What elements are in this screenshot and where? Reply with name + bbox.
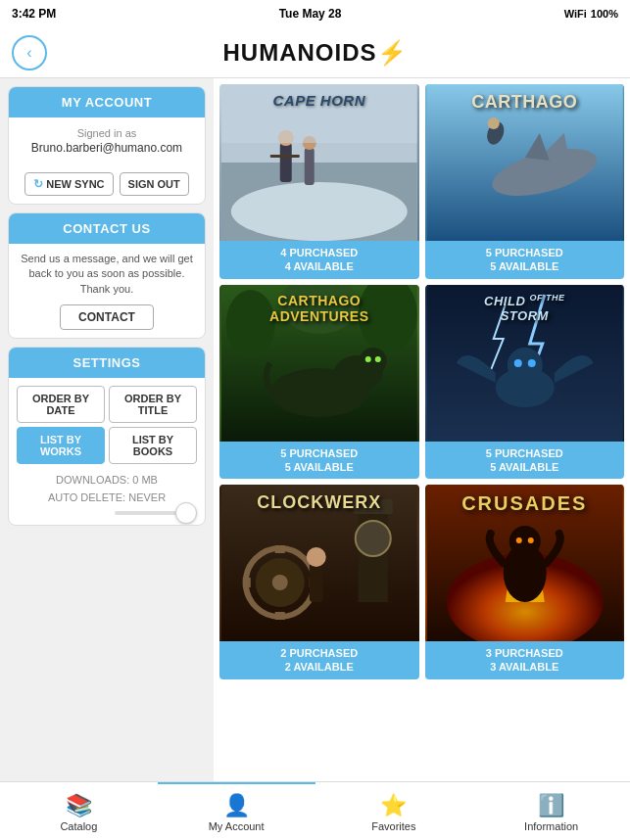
svg-point-26 bbox=[507, 348, 542, 383]
account-body: Signed in as Bruno.barberi@humano.com bbox=[9, 117, 205, 172]
svg-point-27 bbox=[513, 359, 521, 367]
new-sync-button[interactable]: ↻ NEW SYNC bbox=[24, 172, 113, 196]
back-button[interactable]: ‹ bbox=[12, 35, 47, 70]
svg-rect-7 bbox=[270, 155, 300, 158]
comics-grid: CAPE HORN 4 PURCHASED 4 AVAILABLE bbox=[219, 84, 624, 679]
sync-icon: ↻ bbox=[33, 177, 43, 191]
contact-button[interactable]: CONTACT bbox=[60, 304, 154, 330]
right-panel: CAPE HORN 4 PURCHASED 4 AVAILABLE bbox=[214, 78, 630, 781]
cover-cape-horn: CAPE HORN bbox=[219, 84, 419, 241]
left-panel: MY ACCOUNT Signed in as Bruno.barberi@hu… bbox=[0, 78, 214, 781]
status-time: 3:42 PM bbox=[12, 7, 56, 21]
settings-header: SETTINGS bbox=[9, 348, 205, 378]
status-date: Tue May 28 bbox=[279, 7, 342, 21]
svg-point-2 bbox=[231, 182, 408, 241]
nav-catalog[interactable]: 📚 Catalog bbox=[0, 782, 158, 840]
list-by-books-button[interactable]: LIST BY BOOKS bbox=[109, 427, 197, 464]
child-storm-title-overlay: CHILD OF THESTORM bbox=[425, 293, 625, 323]
comic-item-carthago-adv[interactable]: CARTHAGOADVENTURES 5 PURCHASED 5 AVAILAB… bbox=[219, 285, 419, 480]
svg-point-14 bbox=[487, 117, 499, 129]
favorites-icon: ⭐ bbox=[380, 793, 407, 818]
contact-message: Send us a message, and we will get back … bbox=[9, 244, 205, 304]
cover-crusades: CRUSADES bbox=[425, 485, 625, 641]
comic-item-crusades[interactable]: CRUSADES 3 PURCHASED 3 AVAILABLE bbox=[425, 485, 625, 679]
favorites-label: Favorites bbox=[371, 820, 415, 832]
slider-row bbox=[9, 507, 205, 525]
clockwerx-title: CLOCKWERX bbox=[223, 492, 415, 513]
clockwerx-badge: 2 PURCHASED 2 AVAILABLE bbox=[219, 641, 419, 679]
my-account-icon: 👤 bbox=[223, 793, 250, 818]
catalog-icon: 📚 bbox=[66, 793, 92, 818]
information-icon: ℹ️ bbox=[538, 793, 564, 818]
header: ‹ HUMANOIDS⚡ bbox=[0, 27, 630, 78]
wifi-icon: WiFi bbox=[564, 8, 587, 20]
svg-point-46 bbox=[515, 537, 521, 543]
settings-section: SETTINGS ORDER BY DATE ORDER BY TITLE LI… bbox=[8, 347, 206, 526]
information-label: Information bbox=[524, 820, 578, 832]
child-storm-title: CHILD OF THESTORM bbox=[429, 293, 621, 323]
order-by-date-button[interactable]: ORDER BY DATE bbox=[17, 386, 105, 423]
crusades-title: CRUSADES bbox=[429, 492, 621, 515]
svg-point-35 bbox=[272, 575, 288, 590]
comic-item-clockwerx[interactable]: CLOCKWERX 2 PURCHASED 2 AVAILABLE bbox=[219, 485, 419, 679]
account-email: Bruno.barberi@humano.com bbox=[19, 141, 195, 155]
carthago-adv-badge: 5 PURCHASED 5 AVAILABLE bbox=[219, 442, 419, 480]
svg-point-47 bbox=[527, 537, 533, 543]
nav-my-account[interactable]: 👤 My Account bbox=[158, 782, 315, 840]
crusades-title-overlay: CRUSADES bbox=[425, 492, 625, 515]
svg-point-22 bbox=[365, 356, 371, 362]
cape-horn-title: CAPE HORN bbox=[223, 92, 415, 109]
svg-rect-40 bbox=[310, 563, 323, 602]
comic-item-cape-horn[interactable]: CAPE HORN 4 PURCHASED 4 AVAILABLE bbox=[219, 84, 419, 279]
svg-point-28 bbox=[527, 359, 535, 367]
cover-child-storm: CHILD OF THESTORM bbox=[425, 285, 625, 442]
status-icons: WiFi 100% bbox=[564, 8, 618, 20]
slider-thumb[interactable] bbox=[175, 502, 197, 524]
svg-rect-38 bbox=[243, 578, 251, 587]
cover-carthago: CARTHAGO bbox=[425, 84, 625, 241]
cape-horn-badge: 4 PURCHASED 4 AVAILABLE bbox=[219, 241, 419, 279]
svg-point-21 bbox=[360, 348, 387, 375]
clockwerx-title-overlay: CLOCKWERX bbox=[219, 492, 419, 513]
carthago-adv-title: CARTHAGOADVENTURES bbox=[223, 293, 415, 324]
title-accent: ⚡ bbox=[377, 39, 408, 66]
catalog-label: Catalog bbox=[60, 820, 97, 832]
app-title: HUMANOIDS⚡ bbox=[223, 39, 408, 67]
bottom-nav: 📚 Catalog 👤 My Account ⭐ Favorites ℹ️ In… bbox=[0, 781, 630, 840]
svg-rect-37 bbox=[275, 612, 285, 620]
carthago-badge: 5 PURCHASED 5 AVAILABLE bbox=[425, 241, 625, 279]
my-account-label: My Account bbox=[209, 820, 265, 832]
signed-in-label: Signed in as bbox=[19, 127, 195, 139]
status-bar: 3:42 PM Tue May 28 WiFi 100% bbox=[0, 0, 630, 27]
carthago-adv-title-overlay: CARTHAGOADVENTURES bbox=[219, 293, 419, 324]
main-area: MY ACCOUNT Signed in as Bruno.barberi@hu… bbox=[0, 78, 630, 781]
list-by-works-button[interactable]: LIST BY WORKS bbox=[17, 427, 105, 464]
svg-point-41 bbox=[307, 547, 326, 567]
carthago-title-overlay: CARTHAGO bbox=[425, 92, 625, 113]
svg-point-23 bbox=[375, 356, 381, 362]
slider-track[interactable] bbox=[115, 511, 193, 515]
crusades-badge: 3 PURCHASED 3 AVAILABLE bbox=[425, 641, 625, 679]
nav-information[interactable]: ℹ️ Information bbox=[472, 782, 630, 840]
account-buttons: ↻ NEW SYNC SIGN OUT bbox=[9, 172, 205, 204]
settings-grid: ORDER BY DATE ORDER BY TITLE LIST BY WOR… bbox=[9, 378, 205, 472]
svg-rect-5 bbox=[305, 148, 315, 185]
svg-point-45 bbox=[509, 526, 540, 557]
cover-carthago-adv: CARTHAGOADVENTURES bbox=[219, 285, 419, 442]
child-storm-badge: 5 PURCHASED 5 AVAILABLE bbox=[425, 442, 625, 480]
nav-favorites[interactable]: ⭐ Favorites bbox=[315, 782, 473, 840]
order-by-title-button[interactable]: ORDER BY TITLE bbox=[109, 386, 197, 423]
cover-clockwerx: CLOCKWERX bbox=[219, 485, 419, 641]
battery-icon: 100% bbox=[591, 8, 618, 20]
carthago-title: CARTHAGO bbox=[429, 92, 621, 113]
contact-section: CONTACT US Send us a message, and we wil… bbox=[8, 212, 206, 339]
contact-header: CONTACT US bbox=[9, 213, 205, 244]
sign-out-button[interactable]: SIGN OUT bbox=[120, 172, 189, 196]
cape-horn-title-overlay: CAPE HORN bbox=[219, 92, 419, 109]
account-section: MY ACCOUNT Signed in as Bruno.barberi@hu… bbox=[8, 86, 206, 205]
auto-delete-info: AUTO DELETE: NEVER bbox=[9, 490, 205, 507]
svg-point-32 bbox=[356, 521, 391, 556]
comic-item-child-storm[interactable]: CHILD OF THESTORM 5 PURCHASED 5 AVAILABL… bbox=[425, 285, 625, 480]
svg-rect-36 bbox=[275, 545, 285, 553]
comic-item-carthago[interactable]: CARTHAGO 5 PURCHASED 5 AVAILABLE bbox=[425, 84, 625, 279]
